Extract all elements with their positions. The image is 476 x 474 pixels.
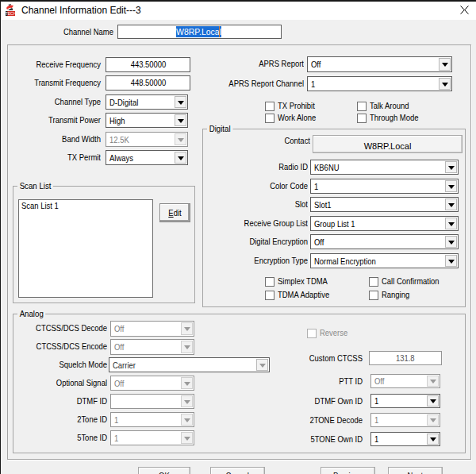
svg-text:TECH: TECH	[6, 11, 16, 16]
